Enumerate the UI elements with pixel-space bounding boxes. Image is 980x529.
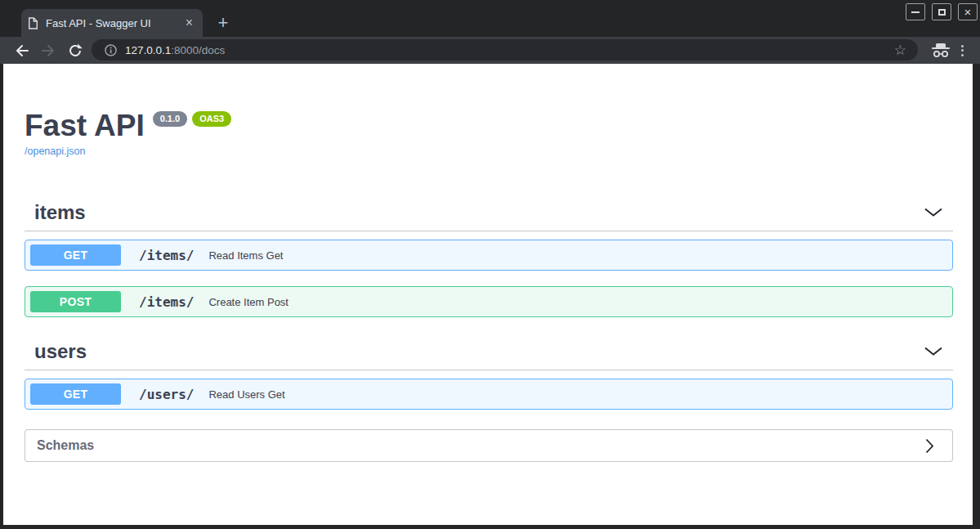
browser-toolbar: 127.0.0.1:8000/docs ☆ <box>0 37 980 64</box>
chevron-down-icon[interactable] <box>917 347 950 356</box>
operation-summary: Read Users Get <box>208 388 284 401</box>
window-maximize-button[interactable] <box>932 3 951 20</box>
operation-summary: Create Item Post <box>208 296 289 308</box>
url-host: 127.0.0.1 <box>125 44 171 56</box>
browser-tab[interactable]: Fast API - Swagger UI × <box>21 9 203 37</box>
site-info-icon[interactable] <box>105 44 117 56</box>
swagger-ui: Fast API 0.1.0 OAS3 /openapi.json items <box>3 110 973 462</box>
chevron-right-icon[interactable] <box>919 438 941 454</box>
window-minimize-button[interactable] <box>906 3 925 20</box>
page-content: Fast API 0.1.0 OAS3 /openapi.json items <box>3 64 973 525</box>
schemas-section: Schemas <box>25 429 953 462</box>
operation-path: /items/ <box>139 248 194 263</box>
operation-path: /users/ <box>139 387 194 402</box>
tab-title: Fast API - Swagger UI <box>46 17 177 29</box>
operations-list: GET /items/ Read Items Get POST /items/ … <box>25 231 953 317</box>
api-info: Fast API 0.1.0 OAS3 <box>25 110 953 141</box>
incognito-icon <box>931 43 951 61</box>
operation-summary: Read Items Get <box>208 249 283 262</box>
url-suffix: :8000/docs <box>171 44 225 56</box>
method-badge: POST <box>30 291 121 312</box>
version-badge: 0.1.0 <box>153 111 187 127</box>
window-controls: × <box>906 3 978 20</box>
tag-name: items <box>34 200 86 224</box>
reload-button[interactable] <box>66 42 84 60</box>
forward-button[interactable] <box>39 42 57 60</box>
document-icon <box>28 17 38 29</box>
url-text[interactable]: 127.0.0.1:8000/docs <box>125 44 894 56</box>
operation-post-items[interactable]: POST /items/ Create Item Post <box>25 286 953 317</box>
operation-get-users[interactable]: GET /users/ Read Users Get <box>25 379 953 410</box>
operations-list: GET /users/ Read Users Get <box>25 370 953 410</box>
new-tab-button[interactable]: + <box>213 13 234 34</box>
tag-name: users <box>34 339 87 363</box>
operation-path: /items/ <box>139 294 194 310</box>
window-titlebar: Fast API - Swagger UI × + × <box>0 0 980 37</box>
maximize-icon <box>938 9 946 16</box>
tag-section-items: items GET /items/ Read Items Get POST <box>25 194 953 317</box>
oas3-badge: OAS3 <box>192 111 231 127</box>
minimize-icon <box>911 11 920 13</box>
openapi-json-link[interactable]: /openapi.json <box>25 146 85 157</box>
chevron-down-icon[interactable] <box>917 208 950 217</box>
window-close-button[interactable]: × <box>958 3 978 20</box>
tag-header-items[interactable]: items <box>25 194 953 231</box>
operation-get-items[interactable]: GET /items/ Read Items Get <box>25 240 953 271</box>
schemas-panel[interactable]: Schemas <box>25 429 953 462</box>
bookmark-star-icon[interactable]: ☆ <box>894 43 906 57</box>
tab-close-icon[interactable]: × <box>184 16 195 29</box>
browser-menu-icon[interactable] <box>957 42 967 59</box>
method-badge: GET <box>30 244 121 266</box>
tag-header-users[interactable]: users <box>25 333 953 370</box>
method-badge: GET <box>30 383 121 405</box>
schemas-label: Schemas <box>37 438 94 453</box>
title-badges: 0.1.0 OAS3 <box>153 111 231 127</box>
tag-section-users: users GET /users/ Read Users Get <box>25 333 953 410</box>
page-title: Fast API <box>25 110 145 141</box>
back-button[interactable] <box>13 42 31 60</box>
close-icon: × <box>964 6 972 18</box>
url-bar[interactable]: 127.0.0.1:8000/docs ☆ <box>92 39 918 61</box>
